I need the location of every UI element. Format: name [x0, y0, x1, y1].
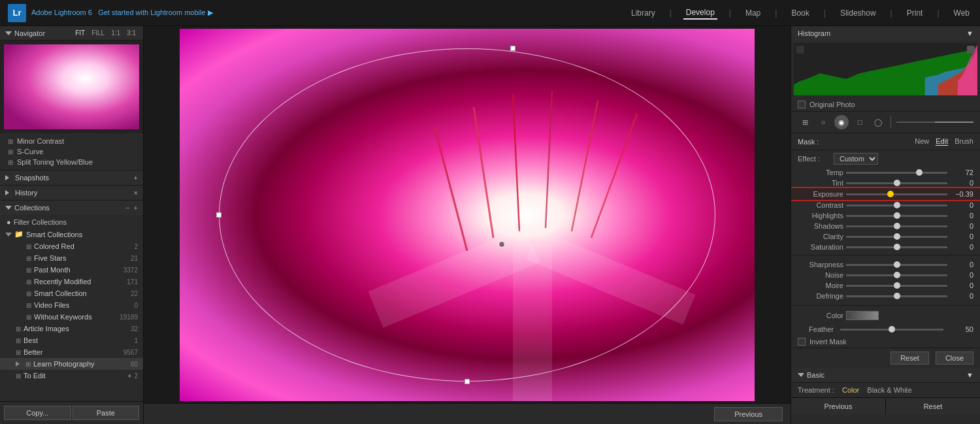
collection-video-files[interactable]: ⊞ Video Files 0 — [0, 299, 143, 311]
tool-grid[interactable]: ⊞ — [798, 115, 812, 129]
basic-header[interactable]: Basic ▼ — [791, 368, 980, 382]
app-subtitle-link[interactable]: Get started with Lightroom mobile — [98, 8, 205, 16]
collection-learn-photography[interactable]: ⊞ Learn Photography 60 — [0, 358, 143, 370]
reset-button[interactable]: Reset — [890, 351, 929, 365]
moire-thumb[interactable] — [894, 282, 900, 289]
saturation-thumb[interactable] — [894, 244, 900, 250]
histogram-expand-icon[interactable]: ▼ — [966, 29, 973, 37]
snapshots-add-icon[interactable]: + — [134, 174, 138, 182]
sharpness-track[interactable] — [846, 264, 947, 266]
preset-minor-contrast[interactable]: ⊞ Minor Contrast — [0, 136, 143, 146]
zoom-3-1[interactable]: 3:1 — [125, 29, 138, 37]
nav-develop[interactable]: Develop — [683, 7, 717, 20]
collection-five-stars[interactable]: ⊞ Five Stars 21 — [0, 252, 143, 264]
navigator-header[interactable]: Navigator FIT FILL 1:1 3:1 — [0, 26, 143, 41]
exposure-thumb[interactable] — [887, 191, 894, 197]
navigator-thumbnail[interactable] — [4, 44, 139, 129]
snapshots-header[interactable]: Snapshots + — [0, 170, 143, 185]
smart-collections-folder[interactable]: 📁 Smart Collections — [0, 228, 143, 240]
treatment-color[interactable]: Color — [842, 386, 859, 394]
mask-brush[interactable]: Brush — [955, 137, 973, 146]
invert-checkbox[interactable] — [798, 338, 806, 346]
mask-bottom-handle[interactable] — [465, 379, 470, 384]
zoom-fill[interactable]: FILL — [90, 29, 106, 37]
main-image[interactable] — [180, 29, 755, 401]
history-header[interactable]: History × — [0, 185, 143, 200]
contrast-thumb[interactable] — [894, 202, 900, 208]
color-swatch[interactable] — [846, 311, 879, 320]
saturation-track[interactable] — [846, 246, 947, 248]
defringe-track[interactable] — [846, 295, 947, 297]
mask-center-handle[interactable] — [498, 241, 505, 248]
collection-best[interactable]: ⊞ Best 1 — [0, 334, 143, 346]
shadows-thumb[interactable] — [894, 223, 900, 229]
tint-thumb[interactable] — [894, 180, 900, 186]
collection-to-edit[interactable]: ⊞ To Edit + 2 — [0, 370, 143, 382]
feather-value: 50 — [950, 325, 973, 333]
collection-better[interactable]: ⊞ Better 9567 — [0, 346, 143, 358]
hist-clip-left[interactable] — [796, 46, 804, 54]
tool-circle[interactable]: ○ — [816, 115, 830, 129]
defringe-thumb[interactable] — [894, 293, 900, 299]
close-button[interactable]: Close — [936, 351, 973, 365]
feather-thumb[interactable] — [889, 326, 895, 333]
zoom-1-1[interactable]: 1:1 — [109, 29, 122, 37]
shadows-track[interactable] — [846, 225, 947, 227]
to-edit-add[interactable]: + — [127, 372, 131, 380]
bottom-previous-button[interactable]: Previous — [791, 398, 886, 415]
nav-slideshow[interactable]: Slideshow — [838, 7, 879, 19]
collections-header[interactable]: Collections − + — [0, 200, 143, 215]
mask-edit[interactable]: Edit — [936, 137, 948, 146]
collection-article-images[interactable]: ⊞ Article Images 32 — [0, 323, 143, 334]
clarity-label: Clarity — [798, 233, 843, 240]
collection-recently-modified[interactable]: ⊞ Recently Modified 171 — [0, 276, 143, 287]
previous-button[interactable]: Previous — [714, 407, 783, 421]
mask-top-handle[interactable] — [510, 46, 515, 51]
clarity-track[interactable] — [846, 236, 947, 238]
original-photo-checkbox[interactable] — [798, 101, 806, 108]
tool-circle2[interactable]: ◯ — [871, 115, 885, 129]
nav-map[interactable]: Map — [743, 7, 763, 19]
noise-thumb[interactable] — [894, 272, 900, 278]
feather-track[interactable] — [840, 329, 943, 331]
slider-sharpness: Sharpness 0 — [791, 259, 980, 270]
tool-radio[interactable]: ◉ — [834, 115, 849, 129]
contrast-track[interactable] — [846, 204, 947, 206]
moire-track[interactable] — [846, 285, 947, 287]
basic-expand-icon[interactable]: ▼ — [966, 371, 973, 379]
collections-add[interactable]: + — [134, 204, 138, 212]
copy-button[interactable]: Copy... — [4, 406, 71, 420]
nav-print[interactable]: Print — [904, 7, 926, 19]
temp-track[interactable] — [846, 172, 947, 174]
history-close-icon[interactable]: × — [134, 189, 138, 197]
nav-book[interactable]: Book — [789, 7, 811, 19]
zoom-fit[interactable]: FIT — [73, 29, 87, 37]
mask-new[interactable]: New — [915, 137, 929, 146]
clarity-value: 0 — [950, 233, 973, 240]
bottom-reset-button[interactable]: Reset — [886, 398, 980, 415]
preset-split-toning[interactable]: ⊞ Split Toning Yellow/Blue — [0, 157, 143, 167]
collection-without-keywords[interactable]: ⊞ Without Keywords 19189 — [0, 311, 143, 323]
highlights-thumb[interactable] — [894, 212, 900, 219]
sharpness-thumb[interactable] — [894, 261, 900, 268]
effect-select[interactable]: Custom — [834, 153, 878, 165]
exposure-track[interactable] — [846, 193, 947, 195]
mask-left-handle[interactable] — [216, 212, 221, 218]
preset-s-curve[interactable]: ⊞ S-Curve — [0, 146, 143, 157]
collections-minus[interactable]: − — [125, 204, 129, 212]
highlights-track[interactable] — [846, 215, 947, 217]
tint-track[interactable] — [846, 182, 947, 184]
noise-track[interactable] — [846, 274, 947, 276]
clarity-thumb[interactable] — [894, 233, 900, 240]
hist-clip-right[interactable] — [967, 46, 975, 54]
treatment-bw[interactable]: Black & White — [867, 386, 911, 394]
collection-colored-red[interactable]: ⊞ Colored Red 2 — [0, 240, 143, 252]
collection-past-month[interactable]: ⊞ Past Month 3372 — [0, 264, 143, 276]
tool-slider[interactable] — [896, 122, 973, 123]
collection-smart-collection[interactable]: ⊞ Smart Collection 22 — [0, 287, 143, 299]
temp-thumb[interactable] — [916, 169, 923, 176]
nav-web[interactable]: Web — [951, 7, 972, 19]
paste-button[interactable]: Paste — [73, 406, 140, 420]
tool-square[interactable]: □ — [853, 115, 867, 129]
nav-library[interactable]: Library — [629, 7, 658, 19]
